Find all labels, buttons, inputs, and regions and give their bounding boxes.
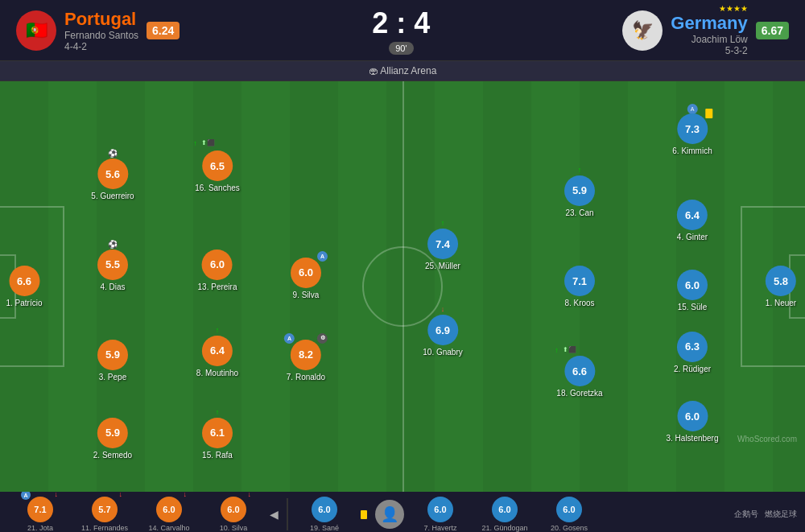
sub-circle-havertz: 6.0 xyxy=(427,497,453,522)
germany-badge: 🦅 xyxy=(622,10,663,51)
sub-circle-sane: 6.0 xyxy=(312,497,337,522)
germany-info: ★★★★ Germany Joachim Löw 5-3-2 xyxy=(671,4,747,56)
player-ronaldo: 8.2 ⚙ A 7. Ronaldo xyxy=(287,340,325,381)
sub-name-gosens: 20. Gosens xyxy=(551,524,588,532)
player-dias: ⚽ 5.5 4. Dias xyxy=(97,250,128,291)
player-circle-rafa: 6.1 xyxy=(202,418,233,448)
sub-fernandes: 5.7 ↓ 11. Fernandes xyxy=(72,497,137,532)
match-time: 90' xyxy=(389,42,413,55)
player-gnabry: ↓ 6.9 10. Gnabry xyxy=(423,315,462,357)
player-moutinho: ↑ 6.4 8. Moutinho xyxy=(196,336,238,377)
player-sule: 6.0 15. Süle xyxy=(677,270,708,311)
player-halstenberg: 6.0 3. Halstenberg xyxy=(666,401,718,443)
player-circle-muller: 7.4 xyxy=(427,229,458,259)
sub-name-gundogan: 21. Gündogan xyxy=(481,524,527,532)
player-rafa: ↑ 6.1 15. Rafa xyxy=(202,418,233,460)
team-portugal: 🇵🇹 Portugal Fernando Santos 4-4-2 6.24 xyxy=(16,9,180,52)
player-name-silva: 9. Silva xyxy=(293,291,320,299)
sub-sane: 6.0 19. Sané xyxy=(292,497,357,532)
brand-labels: 企鹅号 燃烧足球 xyxy=(734,509,797,520)
player-circle-kimmich: 7.3 xyxy=(677,113,708,144)
player-circle-patricio: 6.6 xyxy=(9,266,39,296)
sub-circle-carvalho: 6.0 ↓ xyxy=(156,497,182,522)
sub-name-havertz: 7. Havertz xyxy=(423,524,456,532)
portugal-formation: 4-4-2 xyxy=(64,41,138,52)
tactical-field: 6.6 1. Patrício ⚽ 5.6 5. Guerreiro ⚽ 5.5… xyxy=(0,81,805,492)
player-rudiger: 6.3 2. Rüdiger xyxy=(674,332,711,373)
player-name-moutinho: 8. Moutinho xyxy=(196,369,238,377)
player-circle-sanches: 6.5 xyxy=(202,151,233,181)
sub-name-silva-b: 10. Silva xyxy=(220,524,248,532)
player-circle-dias: 5.5 xyxy=(97,250,128,280)
player-name-can: 23. Can xyxy=(565,208,593,217)
match-score: 2 : 4 90' xyxy=(372,6,430,55)
player-circle-kroos: 7.1 xyxy=(564,266,595,296)
player-silva: 6.0 A 9. Silva xyxy=(291,258,321,299)
player-name-pereira: 13. Pereira xyxy=(198,282,237,291)
germany-name: Germany xyxy=(671,13,747,34)
player-circle-ginter: 6.4 xyxy=(677,200,708,230)
player-name-muller: 25. Müller xyxy=(425,262,460,270)
player-circle-neuer: 5.8 xyxy=(766,266,796,296)
player-circle-pepe: 5.9 xyxy=(97,340,128,370)
player-name-guerreiro: 5. Guerreiro xyxy=(91,192,134,200)
sub-name-fernandes: 11. Fernandes xyxy=(81,524,128,532)
player-circle-sule: 6.0 xyxy=(677,270,708,300)
player-circle-rudiger: 6.3 xyxy=(677,332,708,362)
player-name-sanches: 16. Sanches xyxy=(195,184,240,192)
player-name-pepe: 3. Pepe xyxy=(99,373,126,381)
score-display: 2 : 4 xyxy=(372,6,430,40)
sub-silva-b: 6.0 ↓ 10. Silva xyxy=(201,497,266,532)
sub-havertz: 6.0 7. Havertz xyxy=(408,497,473,532)
stadium-bar: 🏟 Allianz Arena xyxy=(0,60,805,81)
player-name-gnabry: 10. Gnabry xyxy=(423,348,462,357)
sub-name-jota: 21. Jota xyxy=(27,524,53,532)
stadium-icon: 🏟 xyxy=(369,65,378,76)
player-circle-pereira: 6.0 xyxy=(202,250,233,280)
sub-name-sane: 19. Sané xyxy=(310,524,339,532)
germany-stars: ★★★★ xyxy=(671,4,747,13)
player-ginter: 6.4 4. Ginter xyxy=(677,200,708,241)
whoscored-watermark: WhoScored.com xyxy=(737,435,797,443)
player-name-rudiger: 2. Rüdiger xyxy=(674,365,711,373)
team-germany: 6.67 ★★★★ Germany Joachim Löw 5-3-2 🦅 xyxy=(622,4,789,56)
player-circle-gnabry: 6.9 xyxy=(427,315,458,345)
sub-name-carvalho: 14. Carvalho xyxy=(148,524,189,532)
portugal-badge: 🇵🇹 xyxy=(16,10,56,51)
sub-gosens: 6.0 20. Gosens xyxy=(537,497,601,532)
player-name-kroos: 8. Kroos xyxy=(564,299,594,307)
substitutes-strip: 7.1 A ↓ 21. Jota 5.7 ↓ 11. Fernandes 6.0… xyxy=(0,492,805,532)
sub-circle-gundogan: 6.0 xyxy=(492,497,518,522)
player-name-neuer: 1. Neuer xyxy=(766,299,796,307)
team-separator xyxy=(287,498,288,530)
player-circle-silva: 6.0 A xyxy=(291,258,321,288)
germany-formation: 5-3-2 xyxy=(671,45,747,56)
germany-rating: 6.67 xyxy=(756,22,789,39)
player-circle-moutinho: 6.4 xyxy=(202,336,233,366)
brand-text-2: 燃烧足球 xyxy=(765,509,797,520)
player-name-sule: 15. Süle xyxy=(678,303,708,311)
player-neuer: 5.8 1. Neuer xyxy=(766,266,796,307)
portugal-manager: Fernando Santos xyxy=(64,30,138,41)
player-avatar: 👤 xyxy=(375,500,404,529)
sub-circle-gosens: 6.0 xyxy=(556,497,582,522)
scroll-left[interactable]: ◀ xyxy=(266,508,283,521)
player-pereira: 6.0 13. Pereira xyxy=(198,250,237,291)
brand-area: 企鹅号 燃烧足球 xyxy=(734,509,797,520)
brand-text-1: 企鹅号 xyxy=(734,509,758,520)
player-circle-ronaldo: 8.2 ⚙ A xyxy=(291,340,321,370)
player-can: ↑ 5.9 23. Can xyxy=(564,175,595,217)
player-semedo: 5.9 2. Semedo xyxy=(93,418,132,460)
player-name-rafa: 15. Rafa xyxy=(202,451,233,460)
player-circle-semedo: 5.9 xyxy=(97,418,128,448)
player-name-goretzka: 18. Goretzka xyxy=(556,389,602,398)
player-pepe: 5.9 3. Pepe xyxy=(97,340,128,381)
portugal-name: Portugal xyxy=(64,9,138,30)
player-muller: ↑ 7.4 25. Müller xyxy=(425,229,460,270)
stadium-name: Allianz Arena xyxy=(380,65,436,76)
sub-jota: 7.1 A ↓ 21. Jota xyxy=(8,497,72,532)
player-name-ronaldo: 7. Ronaldo xyxy=(287,373,325,381)
player-circle-guerreiro: 5.6 xyxy=(97,159,128,189)
player-name-kimmich: 6. Kimmich xyxy=(672,146,712,155)
player-circle-halstenberg: 6.0 xyxy=(677,401,708,431)
